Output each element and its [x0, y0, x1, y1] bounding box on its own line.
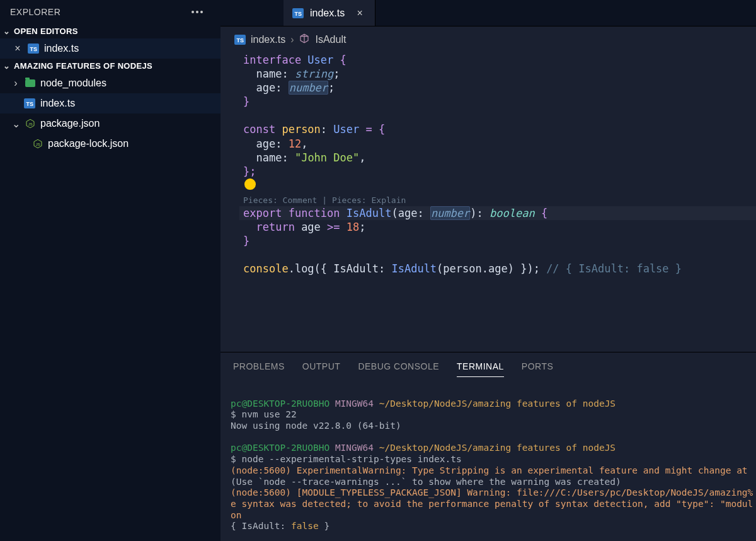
ts-file-icon: [234, 35, 246, 45]
svg-text:JS: JS: [36, 143, 40, 146]
chevron-down-icon: ⌄: [3, 26, 11, 36]
ts-file-icon: [24, 98, 35, 108]
breadcrumb-file[interactable]: index.ts: [251, 34, 285, 45]
file-tree: › node_modules index.ts ⌄ JS package.jso…: [0, 73, 220, 154]
ts-file-icon: [28, 44, 39, 54]
close-icon[interactable]: ×: [13, 43, 23, 54]
bottom-panel: PROBLEMS OUTPUT DEBUG CONSOLE TERMINAL P…: [220, 352, 756, 541]
breadcrumb-symbol[interactable]: IsAdult: [315, 34, 346, 45]
symbol-icon: [299, 33, 310, 47]
more-actions-icon[interactable]: [188, 7, 207, 17]
close-icon[interactable]: ×: [355, 8, 365, 19]
chevron-down-icon: ⌄: [3, 61, 11, 71]
ts-file-icon: [292, 8, 304, 18]
lightbulb-icon[interactable]: [244, 178, 256, 190]
tree-file-package-json[interactable]: ⌄ JS package.json: [0, 113, 220, 134]
workspace-section[interactable]: ⌄ AMAZING FEATURES OF NODEJS: [0, 59, 220, 73]
tab-output[interactable]: OUTPUT: [302, 361, 341, 377]
open-editors-section[interactable]: ⌄ OPEN EDITORS: [0, 24, 220, 38]
explorer-header: EXPLORER: [0, 0, 220, 24]
panel-tabs: PROBLEMS OUTPUT DEBUG CONSOLE TERMINAL P…: [220, 352, 756, 378]
explorer-title: EXPLORER: [10, 7, 60, 17]
tree-label: package.json: [40, 118, 100, 129]
npm-icon: JS: [33, 139, 43, 149]
open-editor-item[interactable]: × index.ts: [0, 38, 220, 59]
workspace-label: AMAZING FEATURES OF NODEJS: [14, 61, 152, 71]
breadcrumb[interactable]: index.ts › IsAdult: [220, 26, 756, 53]
tab-problems[interactable]: PROBLEMS: [233, 361, 285, 377]
chevron-down-icon: ⌄: [11, 118, 20, 130]
codelens[interactable]: Pieces: Comment | Pieces: Explain: [239, 195, 756, 206]
editor-tabbar: index.ts ×: [220, 0, 756, 26]
terminal[interactable]: pc@DESKTOP-2RUOBHO MINGW64 ~/Desktop/Nod…: [220, 378, 756, 541]
tree-label: node_modules: [40, 78, 106, 89]
tab-ports[interactable]: PORTS: [522, 361, 553, 377]
chevron-right-icon: ›: [11, 78, 20, 89]
code-editor[interactable]: interface User { name: string; age: numb…: [220, 53, 756, 352]
editor-area: index.ts × index.ts › IsAdult interface …: [220, 0, 756, 541]
tree-label: package-lock.json: [48, 138, 129, 149]
npm-icon: JS: [25, 119, 35, 129]
tree-folder-node-modules[interactable]: › node_modules: [0, 73, 220, 93]
tab-terminal[interactable]: TERMINAL: [457, 361, 504, 377]
chevron-right-icon: ›: [290, 34, 294, 45]
explorer-sidebar: EXPLORER ⌄ OPEN EDITORS × index.ts ⌄ AMA…: [0, 0, 220, 541]
tree-file-index-ts[interactable]: index.ts: [0, 93, 220, 113]
open-editors-label: OPEN EDITORS: [14, 26, 78, 36]
folder-icon: [25, 79, 35, 87]
svg-text:JS: JS: [28, 122, 33, 126]
tab-index-ts[interactable]: index.ts ×: [284, 0, 375, 26]
tab-debug-console[interactable]: DEBUG CONSOLE: [358, 361, 439, 377]
tab-filename: index.ts: [310, 8, 345, 19]
tree-file-package-lock[interactable]: JS package-lock.json: [0, 134, 220, 154]
tree-label: index.ts: [40, 98, 75, 109]
open-editor-filename: index.ts: [44, 43, 79, 54]
